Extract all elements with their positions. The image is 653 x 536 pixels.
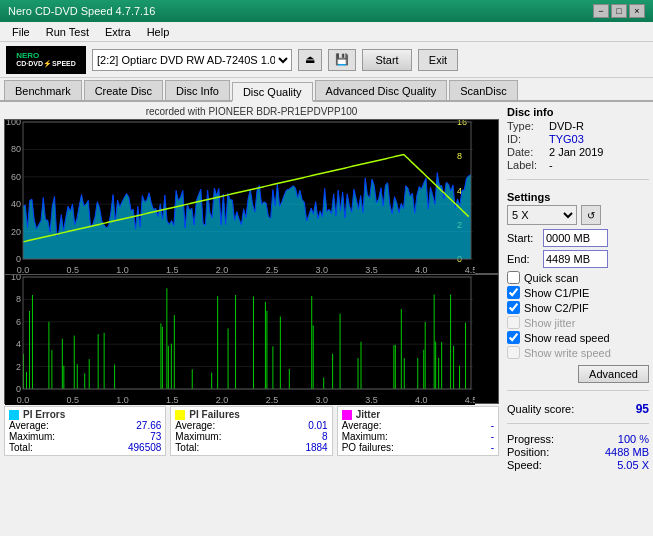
start-mb-label: Start:: [507, 232, 539, 244]
menu-extra[interactable]: Extra: [97, 24, 139, 40]
lower-chart: [4, 274, 499, 404]
pi-errors-label: PI Errors: [23, 409, 65, 420]
divider-1: [507, 179, 649, 180]
progress-val: 100 %: [618, 433, 649, 445]
type-val: DVD-R: [549, 120, 584, 132]
pi-errors-max-label: Maximum:: [9, 431, 55, 442]
date-val: 2 Jan 2019: [549, 146, 603, 158]
minimize-button[interactable]: −: [593, 4, 609, 18]
save-button[interactable]: 💾: [328, 49, 356, 71]
right-panel: Disc info Type: DVD-R ID: TYG03 Date: 2 …: [503, 102, 653, 536]
show-c1pie-row: Show C1/PIE: [507, 286, 649, 299]
tab-disc-quality[interactable]: Disc Quality: [232, 82, 313, 102]
refresh-button[interactable]: ↺: [581, 205, 601, 225]
stat-jitter: Jitter Average: - Maximum: - PO failures…: [337, 406, 499, 456]
pi-failures-avg-val: 0.01: [308, 420, 327, 431]
menu-file[interactable]: File: [4, 24, 38, 40]
drive-selector[interactable]: [2:2] Optiarc DVD RW AD-7240S 1.04: [92, 49, 292, 71]
disc-id-row: ID: TYG03: [507, 133, 649, 145]
pi-failures-avg-label: Average:: [175, 420, 215, 431]
end-mb-input[interactable]: [543, 250, 608, 268]
date-key: Date:: [507, 146, 545, 158]
eject-button[interactable]: ⏏: [298, 49, 322, 71]
jitter-avg-val: -: [491, 420, 494, 431]
pi-errors-color: [9, 410, 19, 420]
exit-button[interactable]: Exit: [418, 49, 458, 71]
close-button[interactable]: ×: [629, 4, 645, 18]
stats-bar: PI Errors Average: 27.66 Maximum: 73 Tot…: [4, 406, 499, 456]
quality-score-val: 95: [636, 402, 649, 416]
start-mb-input[interactable]: [543, 229, 608, 247]
id-key: ID:: [507, 133, 545, 145]
jitter-label: Jitter: [356, 409, 380, 420]
disc-type-row: Type: DVD-R: [507, 120, 649, 132]
quick-scan-label: Quick scan: [524, 272, 578, 284]
quick-scan-checkbox[interactable]: [507, 271, 520, 284]
chart-title: recorded with PIONEER BDR-PR1EPDVPP100: [4, 106, 499, 117]
pi-errors-avg-val: 27.66: [136, 420, 161, 431]
main-content: recorded with PIONEER BDR-PR1EPDVPP100 P…: [0, 102, 653, 536]
show-c2pif-row: Show C2/PIF: [507, 301, 649, 314]
speed-val: 5.05 X: [617, 459, 649, 471]
stat-pi-errors: PI Errors Average: 27.66 Maximum: 73 Tot…: [4, 406, 166, 456]
tab-disc-info[interactable]: Disc Info: [165, 80, 230, 100]
progress-label: Progress:: [507, 433, 554, 445]
window-controls: − □ ×: [593, 4, 645, 18]
speed-select[interactable]: 5 X Maximum 1 X 2 X 4 X 8 X: [507, 205, 577, 225]
jitter-max-label: Maximum:: [342, 431, 388, 442]
divider-3: [507, 423, 649, 424]
title-bar: Nero CD-DVD Speed 4.7.7.16 − □ ×: [0, 0, 653, 22]
settings-section: Settings 5 X Maximum 1 X 2 X 4 X 8 X ↺ S…: [507, 191, 649, 383]
show-c1pie-checkbox[interactable]: [507, 286, 520, 299]
progress-section: Progress: 100 % Position: 4488 MB Speed:…: [507, 433, 649, 472]
speed-row-prog: Speed: 5.05 X: [507, 459, 649, 471]
id-val: TYG03: [549, 133, 584, 145]
jitter-color: [342, 410, 352, 420]
start-button[interactable]: Start: [362, 49, 412, 71]
show-write-speed-label: Show write speed: [524, 347, 611, 359]
tab-scan-disc[interactable]: ScanDisc: [449, 80, 517, 100]
pi-errors-total-label: Total:: [9, 442, 33, 453]
app-title: Nero CD-DVD Speed 4.7.7.16: [8, 5, 155, 17]
maximize-button[interactable]: □: [611, 4, 627, 18]
show-write-speed-checkbox[interactable]: [507, 346, 520, 359]
pi-errors-avg-label: Average:: [9, 420, 49, 431]
show-jitter-label: Show jitter: [524, 317, 575, 329]
tab-benchmark[interactable]: Benchmark: [4, 80, 82, 100]
tab-bar: Benchmark Create Disc Disc Info Disc Qua…: [0, 78, 653, 102]
progress-row: Progress: 100 %: [507, 433, 649, 445]
type-key: Type:: [507, 120, 545, 132]
show-read-speed-checkbox[interactable]: [507, 331, 520, 344]
show-read-speed-label: Show read speed: [524, 332, 610, 344]
quality-score-label: Quality score:: [507, 403, 574, 415]
show-read-speed-row: Show read speed: [507, 331, 649, 344]
label-val: -: [549, 159, 553, 171]
tab-advanced-disc-quality[interactable]: Advanced Disc Quality: [315, 80, 448, 100]
tab-create-disc[interactable]: Create Disc: [84, 80, 163, 100]
divider-2: [507, 390, 649, 391]
show-c2pif-label: Show C2/PIF: [524, 302, 589, 314]
menu-run-test[interactable]: Run Test: [38, 24, 97, 40]
speed-label: Speed:: [507, 459, 542, 471]
show-write-speed-row: Show write speed: [507, 346, 649, 359]
pi-failures-label: PI Failures: [189, 409, 240, 420]
position-row: Position: 4488 MB: [507, 446, 649, 458]
po-failures-label: PO failures:: [342, 442, 394, 453]
advanced-button[interactable]: Advanced: [578, 365, 649, 383]
stat-pi-failures: PI Failures Average: 0.01 Maximum: 8 Tot…: [170, 406, 332, 456]
pi-failures-max-val: 8: [322, 431, 328, 442]
menu-help[interactable]: Help: [139, 24, 178, 40]
pi-failures-total-label: Total:: [175, 442, 199, 453]
pi-failures-total-val: 1884: [305, 442, 327, 453]
label-key: Label:: [507, 159, 545, 171]
position-label: Position:: [507, 446, 549, 458]
show-c1pie-label: Show C1/PIE: [524, 287, 589, 299]
toolbar: NEROCD·DVD⚡SPEED [2:2] Optiarc DVD RW AD…: [0, 42, 653, 78]
pi-failures-max-label: Maximum:: [175, 431, 221, 442]
show-c2pif-checkbox[interactable]: [507, 301, 520, 314]
pi-errors-total-val: 496508: [128, 442, 161, 453]
show-jitter-checkbox[interactable]: [507, 316, 520, 329]
pi-failures-color: [175, 410, 185, 420]
disc-info-title: Disc info: [507, 106, 649, 118]
upper-chart: [4, 119, 499, 274]
